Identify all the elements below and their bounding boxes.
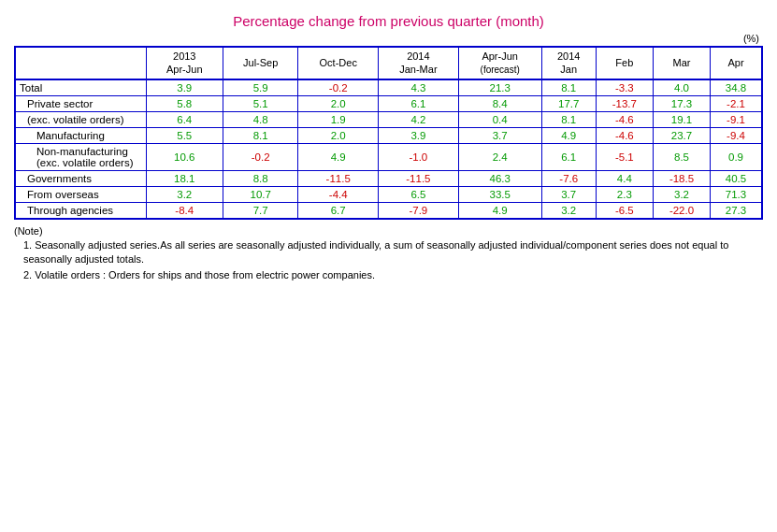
- cell-value: 4.0: [653, 79, 710, 96]
- cell-value: 1.9: [298, 111, 379, 127]
- cell-value: -8.4: [146, 202, 223, 219]
- note-2: 2. Volatile orders : Orders for ships an…: [23, 268, 763, 282]
- cell-value: 3.2: [653, 186, 710, 202]
- cell-value: 21.3: [458, 79, 541, 96]
- cell-value: 3.7: [458, 127, 541, 143]
- cell-value: 8.1: [541, 79, 596, 96]
- table-row: Governments18.18.8-11.5-11.546.3-7.64.4-…: [15, 170, 762, 186]
- cell-value: 3.9: [146, 79, 223, 96]
- row-label: From overseas: [15, 186, 146, 202]
- col-header-empty: [15, 47, 146, 79]
- cell-value: 2.3: [596, 186, 653, 202]
- cell-value: 3.7: [541, 186, 596, 202]
- cell-value: 8.1: [223, 127, 298, 143]
- cell-value: 4.3: [379, 79, 459, 96]
- cell-value: 19.1: [653, 111, 710, 127]
- cell-value: -7.6: [541, 170, 596, 186]
- cell-value: 17.3: [653, 95, 710, 111]
- cell-value: -5.1: [596, 143, 653, 170]
- cell-value: 0.4: [458, 111, 541, 127]
- cell-value: 2.0: [298, 127, 379, 143]
- col-header-2014-label: 2014Jan: [541, 47, 596, 79]
- page-title: Percentage change from previous quarter …: [14, 13, 763, 29]
- cell-value: 3.2: [146, 186, 223, 202]
- row-label: Manufacturing: [15, 127, 146, 143]
- cell-value: -22.0: [653, 202, 710, 219]
- cell-value: 7.7: [223, 202, 298, 219]
- cell-value: 10.6: [146, 143, 223, 170]
- col-header-octdec: Oct-Dec: [298, 47, 379, 79]
- col-header-apr: Apr: [711, 47, 762, 79]
- cell-value: 46.3: [458, 170, 541, 186]
- col-header-julsep: Jul-Sep: [223, 47, 298, 79]
- table-row: Private sector5.85.12.06.18.417.7-13.717…: [15, 95, 762, 111]
- col-header-2013: 2013Apr-Jun: [146, 47, 223, 79]
- cell-value: 6.7: [298, 202, 379, 219]
- percent-unit: (%): [14, 33, 763, 44]
- row-label: Total: [15, 79, 146, 96]
- cell-value: 17.7: [541, 95, 596, 111]
- cell-value: 18.1: [146, 170, 223, 186]
- cell-value: -3.3: [596, 79, 653, 96]
- cell-value: -9.4: [711, 127, 762, 143]
- table-row: From overseas3.210.7-4.46.533.53.72.33.2…: [15, 186, 762, 202]
- cell-value: 4.9: [298, 143, 379, 170]
- cell-value: 71.3: [711, 186, 762, 202]
- cell-value: 33.5: [458, 186, 541, 202]
- cell-value: -11.5: [379, 170, 459, 186]
- cell-value: 3.9: [379, 127, 459, 143]
- cell-value: -18.5: [653, 170, 710, 186]
- table-row: Total3.95.9-0.24.321.38.1-3.34.034.8: [15, 79, 762, 96]
- cell-value: 23.7: [653, 127, 710, 143]
- cell-value: 3.2: [541, 202, 596, 219]
- cell-value: 8.1: [541, 111, 596, 127]
- cell-value: 4.9: [541, 127, 596, 143]
- cell-value: -11.5: [298, 170, 379, 186]
- table-row: Non-manufacturing (exc. volatile orders)…: [15, 143, 762, 170]
- cell-value: 6.5: [379, 186, 459, 202]
- cell-value: 2.4: [458, 143, 541, 170]
- main-table: 2013Apr-Jun Jul-Sep Oct-Dec 2014Jan-Mar …: [14, 46, 763, 220]
- cell-value: -0.2: [223, 143, 298, 170]
- cell-value: 5.1: [223, 95, 298, 111]
- cell-value: 5.9: [223, 79, 298, 96]
- cell-value: -4.6: [596, 111, 653, 127]
- row-label: Through agencies: [15, 202, 146, 219]
- cell-value: 5.8: [146, 95, 223, 111]
- row-label: Governments: [15, 170, 146, 186]
- table-body: Total3.95.9-0.24.321.38.1-3.34.034.8Priv…: [15, 79, 762, 219]
- cell-value: 0.9: [711, 143, 762, 170]
- table-row: Manufacturing5.58.12.03.93.74.9-4.623.7-…: [15, 127, 762, 143]
- cell-value: -4.6: [596, 127, 653, 143]
- cell-value: 10.7: [223, 186, 298, 202]
- col-header-2014-janmar: 2014Jan-Mar: [379, 47, 459, 79]
- col-header-aprjun: Apr-Jun(forecast): [458, 47, 541, 79]
- cell-value: 2.0: [298, 95, 379, 111]
- header-row-years: 2013Apr-Jun Jul-Sep Oct-Dec 2014Jan-Mar …: [15, 47, 762, 79]
- cell-value: -0.2: [298, 79, 379, 96]
- table-row: Through agencies-8.47.76.7-7.94.93.2-6.5…: [15, 202, 762, 219]
- cell-value: 40.5: [711, 170, 762, 186]
- cell-value: -6.5: [596, 202, 653, 219]
- cell-value: 6.1: [379, 95, 459, 111]
- cell-value: 5.5: [146, 127, 223, 143]
- row-label: Non-manufacturing (exc. volatile orders): [15, 143, 146, 170]
- col-header-mar: Mar: [653, 47, 710, 79]
- table-row: (exc. volatile orders)6.44.81.94.20.48.1…: [15, 111, 762, 127]
- notes-section: (Note) 1. Seasonally adjusted series.As …: [14, 225, 763, 283]
- note-1: 1. Seasonally adjusted series.As all ser…: [23, 238, 763, 267]
- cell-value: -13.7: [596, 95, 653, 111]
- notes-title: (Note): [14, 225, 763, 237]
- cell-value: 4.8: [223, 111, 298, 127]
- cell-value: 27.3: [711, 202, 762, 219]
- cell-value: -4.4: [298, 186, 379, 202]
- cell-value: -7.9: [379, 202, 459, 219]
- cell-value: 8.4: [458, 95, 541, 111]
- cell-value: -9.1: [711, 111, 762, 127]
- cell-value: 34.8: [711, 79, 762, 96]
- cell-value: 6.4: [146, 111, 223, 127]
- cell-value: 6.1: [541, 143, 596, 170]
- cell-value: 4.4: [596, 170, 653, 186]
- cell-value: 4.9: [458, 202, 541, 219]
- cell-value: 8.8: [223, 170, 298, 186]
